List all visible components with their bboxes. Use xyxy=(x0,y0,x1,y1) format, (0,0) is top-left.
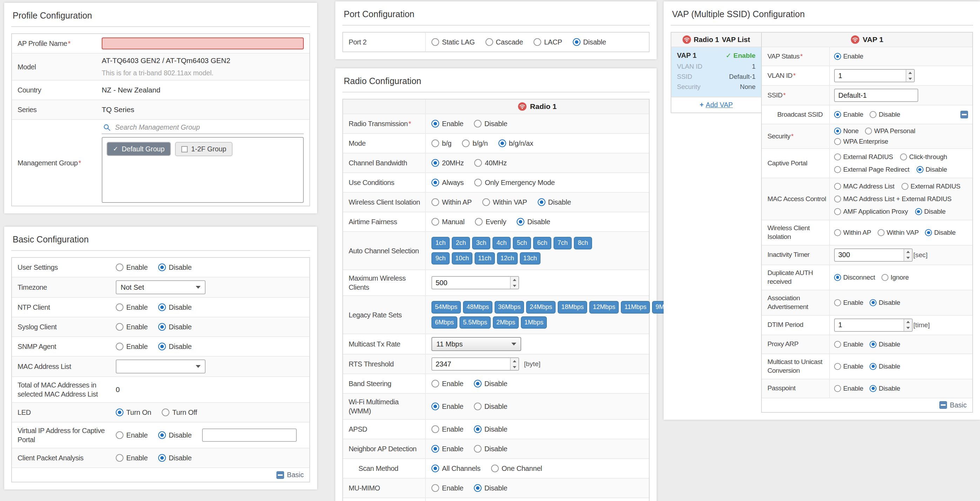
mac-access-control-radio-option-1-0[interactable]: MAC Address List + External RADIUS xyxy=(834,195,951,203)
multicast-to-unicast-radio-option-1[interactable]: Disable xyxy=(870,363,900,370)
mode-radio-option-1[interactable]: b/g/n xyxy=(462,140,488,147)
duplicate-auth-received-radio-option-1[interactable]: Ignore xyxy=(881,274,909,281)
use-conditions-radio-option-0[interactable]: Always xyxy=(431,179,464,187)
client-packet-analysis-radio-option-0[interactable]: Enable xyxy=(116,454,148,462)
band-steering-radio-option-0[interactable]: Enable xyxy=(431,380,463,388)
ap-profile-name-text-input[interactable] xyxy=(102,38,304,49)
auto-channel-selection-chip-2ch[interactable]: 2ch xyxy=(452,237,470,249)
neighbor-ap-detection-radio-option-1[interactable]: Disable xyxy=(474,445,507,453)
vap_detail-basic-toggle[interactable]: Basic xyxy=(939,401,967,409)
spinner-down-icon[interactable] xyxy=(904,325,912,331)
legacy-rate-sets-chip-6Mbps[interactable]: 6Mbps xyxy=(431,316,457,329)
auto-channel-selection-chip-5ch[interactable]: 5ch xyxy=(513,237,531,249)
basic-basic-toggle[interactable]: Basic xyxy=(277,471,304,479)
vap-list-item-vap1[interactable]: VAP 1 Enable VLAN ID 1 SSID D xyxy=(671,47,761,97)
legacy-rate-sets-chip-1Mbps[interactable]: 1Mbps xyxy=(521,316,547,329)
captive-portal-radio-option-1-1[interactable]: Disable xyxy=(916,166,947,173)
spinner-down-icon[interactable] xyxy=(904,255,912,261)
use-conditions-radio-option-1[interactable]: Only Emergency Mode xyxy=(474,179,555,187)
legacy-rate-sets-chip-12Mbps[interactable]: 12Mbps xyxy=(589,301,619,314)
wireless-client-isolation-radio-option-0[interactable]: Within AP xyxy=(834,229,871,236)
broadcast-ssid-radio-option-1[interactable]: Disable xyxy=(870,111,900,119)
snmp-agent-radio-option-0[interactable]: Enable xyxy=(116,342,148,351)
apsd-radio-option-0[interactable]: Enable xyxy=(431,425,463,433)
proxy-arp-radio-option-0[interactable]: Enable xyxy=(834,341,863,348)
legacy-rate-sets-chip-11Mbps[interactable]: 11Mbps xyxy=(621,301,650,314)
client-packet-analysis-radio-option-1[interactable]: Disable xyxy=(158,454,191,462)
led-radio-option-1[interactable]: Turn Off xyxy=(162,409,197,417)
virtual-ip-captive-portal-radio-option-0[interactable]: Enable xyxy=(116,431,148,439)
wireless-client-isolation-radio-option-1[interactable]: Within VAP xyxy=(482,198,527,206)
mac-access-control-radio-option-2-0[interactable]: AMF Application Proxy xyxy=(834,208,908,216)
auto-channel-selection-chip-7ch[interactable]: 7ch xyxy=(554,237,572,249)
user-settings-radio-option-0[interactable]: Enable xyxy=(116,263,148,271)
ntp-client-radio-option-1[interactable]: Disable xyxy=(158,303,191,311)
scan-method-radio-option-0[interactable]: All Channels xyxy=(431,465,480,472)
radio-transmission-radio-option-1[interactable]: Disable xyxy=(474,120,507,128)
ntp-client-radio-option-0[interactable]: Enable xyxy=(116,303,148,311)
passpoint-radio-option-1[interactable]: Disable xyxy=(870,385,900,392)
port-2-radio-option-2[interactable]: LACP xyxy=(533,38,562,46)
user-settings-radio-option-1[interactable]: Disable xyxy=(158,263,191,271)
airtime-fairness-radio-option-2[interactable]: Disable xyxy=(517,218,550,226)
management-group-group-chip-0[interactable]: Default Group xyxy=(107,142,171,156)
security-radio-option-0[interactable]: None xyxy=(834,127,859,135)
auto-channel-selection-chip-11ch[interactable]: 11ch xyxy=(474,252,495,265)
spinner-up-icon[interactable] xyxy=(906,70,914,76)
auto-channel-selection-chip-13ch[interactable]: 13ch xyxy=(520,252,541,265)
vlan-id-number-input[interactable] xyxy=(835,70,906,82)
legacy-rate-sets-chip-48Mbps[interactable]: 48Mbps xyxy=(463,301,492,314)
wireless-client-isolation-radio-option-1[interactable]: Within VAP xyxy=(878,229,919,236)
auto-channel-selection-chip-3ch[interactable]: 3ch xyxy=(472,237,490,249)
apsd-radio-option-1[interactable]: Disable xyxy=(474,425,507,433)
mu-mimo-radio-option-1[interactable]: Disable xyxy=(474,484,507,492)
vap-status-radio-option-0[interactable]: Enable xyxy=(834,52,863,60)
mu-mimo-radio-option-0[interactable]: Enable xyxy=(431,484,463,492)
security-radio-option-1[interactable]: WPA Personal xyxy=(865,127,915,135)
wifi-multimedia-wmm-radio-option-1[interactable]: Disable xyxy=(474,403,507,411)
collapse-icon[interactable] xyxy=(960,111,968,119)
virtual-ip-captive-portal-text-input[interactable] xyxy=(202,428,297,442)
syslog-client-radio-option-0[interactable]: Enable xyxy=(116,323,148,331)
spinner-up-icon[interactable] xyxy=(904,249,912,255)
auto-channel-selection-chip-12ch[interactable]: 12ch xyxy=(497,252,518,265)
captive-portal-radio-option-0-1[interactable]: Click-through xyxy=(900,153,947,161)
syslog-client-radio-option-1[interactable]: Disable xyxy=(158,323,191,331)
legacy-rate-sets-chip-18Mbps[interactable]: 18Mbps xyxy=(558,301,587,314)
legacy-rate-sets-chip-54Mbps[interactable]: 54Mbps xyxy=(431,301,461,314)
band-steering-radio-option-1[interactable]: Disable xyxy=(474,380,507,388)
dtim-period-number-input[interactable] xyxy=(835,319,904,331)
duplicate-auth-received-radio-option-0[interactable]: Disconnect xyxy=(834,274,875,281)
spinner-up-icon[interactable] xyxy=(904,319,912,325)
mode-radio-option-0[interactable]: b/g xyxy=(431,140,452,147)
timezone-select[interactable]: Not Set xyxy=(116,280,205,294)
legacy-rate-sets-chip-2Mbps[interactable]: 2Mbps xyxy=(493,316,519,329)
maximum-wireless-clients-number-input[interactable] xyxy=(432,277,510,289)
mac-address-list-select[interactable] xyxy=(116,360,205,374)
mac-access-control-radio-option-0-1[interactable]: External RADIUS xyxy=(901,182,960,190)
rts-threshold-number-input[interactable] xyxy=(432,358,510,370)
association-advertisement-radio-option-1[interactable]: Disable xyxy=(870,299,900,306)
security-radio-option-2[interactable]: WPA Enterprise xyxy=(834,138,888,145)
spinner-down-icon[interactable] xyxy=(511,283,519,289)
captive-portal-radio-option-0-0[interactable]: External RADIUS xyxy=(834,153,893,161)
association-advertisement-radio-option-0[interactable]: Enable xyxy=(834,299,863,306)
auto-channel-selection-chip-10ch[interactable]: 10ch xyxy=(452,252,473,265)
auto-channel-selection-chip-8ch[interactable]: 8ch xyxy=(574,237,592,249)
auto-channel-selection-chip-9ch[interactable]: 9ch xyxy=(431,252,450,265)
legacy-rate-sets-chip-5.5Mbps[interactable]: 5.5Mbps xyxy=(460,316,491,329)
broadcast-ssid-radio-option-0[interactable]: Enable xyxy=(834,111,863,119)
passpoint-radio-option-0[interactable]: Enable xyxy=(834,385,863,392)
port-2-radio-option-0[interactable]: Static LAG xyxy=(431,38,475,46)
mode-radio-option-2[interactable]: b/g/n/ax xyxy=(498,140,533,147)
mac-access-control-radio-option-2-1[interactable]: Disable xyxy=(915,208,946,216)
virtual-ip-captive-portal-radio-option-1[interactable]: Disable xyxy=(158,431,191,439)
spinner-up-icon[interactable] xyxy=(511,277,519,283)
mac-access-control-radio-option-0-0[interactable]: MAC Address List xyxy=(834,182,894,190)
add-vap-link[interactable]: Add VAP xyxy=(671,97,761,113)
wireless-client-isolation-radio-option-0[interactable]: Within AP xyxy=(431,198,472,206)
wireless-client-isolation-radio-option-2[interactable]: Disable xyxy=(538,198,571,206)
multicast-tx-rate-select[interactable]: 11 Mbps xyxy=(431,337,521,351)
led-radio-option-0[interactable]: Turn On xyxy=(116,409,151,417)
channel-bandwidth-radio-option-0[interactable]: 20MHz xyxy=(431,159,464,167)
